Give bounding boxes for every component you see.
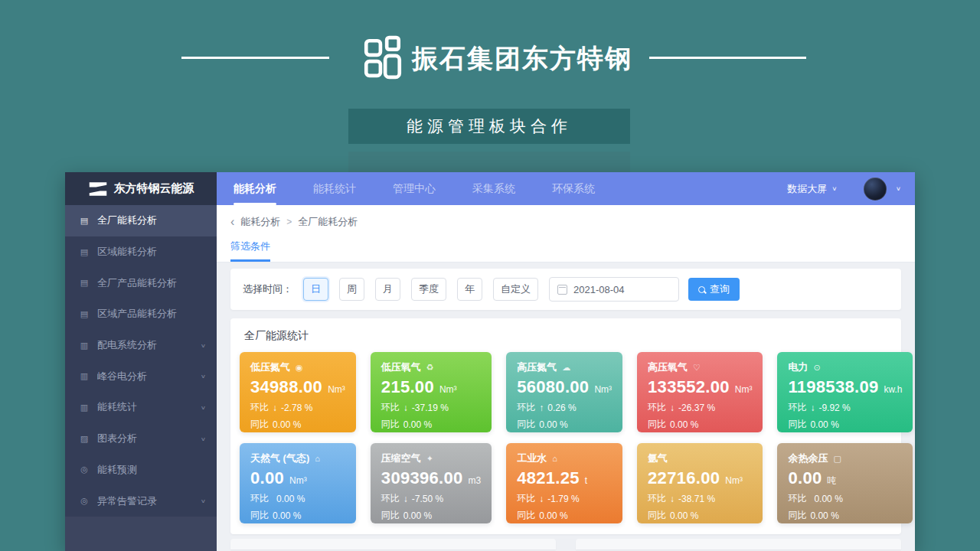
time-option-day[interactable]: 日: [303, 278, 328, 301]
energy-type-icon: ◉: [296, 363, 303, 373]
tab-filter-conditions[interactable]: 筛选条件: [230, 240, 270, 262]
dashboard-icon: ▤: [78, 216, 90, 226]
chevron-down-icon: ∨: [201, 342, 206, 348]
chevron-down-icon: ∨: [201, 498, 206, 504]
energy-card-high-pressure-nitrogen: 高压氮气☁ 56080.00Nm³ 环比↑0.26 % 同比0.00 %: [506, 352, 622, 432]
sidebar-item-region-product-energy[interactable]: ▤ 区域产品能耗分析: [65, 298, 217, 330]
card-unit: Nm³: [328, 384, 345, 395]
data-screen-dropdown[interactable]: 数据大屏 ∨: [787, 182, 837, 196]
stats-panel-title: 全厂能源统计: [240, 329, 892, 343]
next-section-card: [230, 539, 556, 549]
banner-next-line-partial: [348, 152, 630, 172]
energy-type-icon: ⌂: [315, 454, 320, 463]
right-decor-line: [649, 57, 806, 59]
card-value: 22716.00: [648, 468, 720, 488]
time-option-quarter[interactable]: 季度: [411, 278, 446, 301]
arrow-up-icon: ↑: [539, 403, 544, 413]
date-picker[interactable]: [549, 277, 679, 302]
card-value: 0.00: [250, 468, 284, 488]
card-value: 133552.00: [648, 377, 730, 397]
energy-type-icon: ▢: [833, 454, 841, 464]
energy-card-waste-heat-pressure: 余热余压▢ 0.00吨 环比0.00 % 同比0.00 %: [777, 443, 913, 523]
breadcrumb: ‹ 能耗分析 > 全厂能耗分析: [230, 215, 901, 229]
energy-type-icon: ⌂: [552, 454, 557, 463]
chevron-down-icon: ∨: [201, 405, 206, 411]
card-value: 56080.00: [517, 377, 589, 397]
nav-tab-energy-analysis[interactable]: 能耗分析: [234, 172, 276, 205]
breadcrumb-current: 全厂能耗分析: [298, 215, 358, 229]
card-value: 309396.00: [381, 468, 463, 488]
chevron-down-icon: ∨: [831, 185, 837, 192]
energy-card-electricity: 电力⊙ 1198538.09kw.h 环比↓-9.92 % 同比0.00 %: [777, 352, 913, 432]
banner-subtitle: 能源管理板块合作: [348, 109, 630, 144]
energy-type-icon: ♡: [693, 363, 701, 373]
energy-card-high-pressure-oxygen: 高压氧气♡ 133552.00Nm³ 环比↓-26.37 % 同比0.00 %: [637, 352, 763, 432]
nav-tab-collection-system[interactable]: 采集系统: [472, 172, 515, 205]
sidebar-item-power-distribution[interactable]: ▥ 配电系统分析 ∨: [65, 330, 217, 361]
breadcrumb-section[interactable]: 能耗分析: [240, 215, 280, 229]
energy-cards-grid: 低压氮气◉ 34988.00Nm³ 环比↓-2.78 % 同比0.00 % 低压…: [240, 352, 892, 523]
dashboard-window: 东方特钢云能源 能耗分析 能耗统计 管理中心 采集系统 环保系统 数据大屏 ∨ …: [65, 172, 915, 551]
sidebar-item-plant-product-energy[interactable]: ▤ 全厂产品能耗分析: [65, 267, 217, 298]
energy-card-low-pressure-oxygen: 低压氧气♻ 215.00Nm³ 环比↓-37.19 % 同比0.00 %: [371, 352, 492, 432]
sidebar-item-region-energy-analysis[interactable]: ▤ 区域能耗分析: [65, 236, 217, 268]
z-logo-icon: [88, 181, 108, 197]
slide-background: 振石集团东方特钢 能源管理板块合作 东方特钢云能源 能耗分析 能耗统计 管理中心…: [0, 0, 980, 551]
list-icon: ▥: [78, 403, 90, 412]
list-icon: ▥: [78, 341, 90, 350]
app-brand: 东方特钢云能源: [65, 172, 217, 205]
energy-card-natural-gas: 天然气 (气态)⌂ 0.00Nm³ 环比0.00 % 同比0.00 %: [240, 443, 356, 523]
banner-title: 振石集团东方特钢: [412, 41, 632, 77]
date-input[interactable]: [573, 284, 671, 295]
card-unit: Nm³: [725, 475, 743, 486]
energy-type-icon: ⊙: [813, 363, 820, 373]
sidebar-item-peak-valley-power[interactable]: ▥ 峰谷电分析 ∨: [65, 360, 217, 392]
search-icon: ◎: [78, 465, 90, 474]
chevron-down-icon: ∨: [201, 435, 206, 442]
query-button[interactable]: 查询: [688, 278, 740, 301]
card-value: 215.00: [381, 377, 434, 397]
card-value: 1198538.09: [788, 377, 878, 397]
card-unit: t: [585, 475, 587, 486]
card-unit: Nm³: [735, 384, 753, 395]
arrow-down-icon: ↓: [810, 403, 815, 413]
chevron-down-icon: ∨: [201, 373, 206, 380]
dashboard-icon: ▤: [78, 278, 90, 288]
back-arrow-icon[interactable]: ‹: [230, 216, 234, 228]
user-menu-chevron-icon[interactable]: ∨: [896, 185, 901, 192]
card-value: 34988.00: [250, 377, 322, 397]
sidebar: ▤ 全厂能耗分析 ▤ 区域能耗分析 ▤ 全厂产品能耗分析: [65, 205, 217, 551]
arrow-down-icon: ↓: [670, 403, 675, 413]
sidebar-item-chart-analysis[interactable]: ▨ 图表分析 ∨: [65, 423, 217, 455]
energy-card-compressed-air: 压缩空气✦ 309396.00m3 环比↓-7.50 % 同比0.00 %: [371, 443, 492, 523]
nav-tab-energy-statistics[interactable]: 能耗统计: [313, 172, 356, 205]
time-option-custom[interactable]: 自定义: [493, 278, 538, 301]
group-logo-icon: [363, 35, 403, 83]
card-unit: m3: [469, 475, 482, 486]
filter-bar: 选择时间： 日 周 月 季度 年 自定义 查询: [230, 269, 901, 310]
search-icon: ◎: [78, 496, 90, 506]
card-unit: Nm³: [439, 384, 457, 395]
user-avatar[interactable]: [864, 178, 887, 201]
energy-stats-panel: 全厂能源统计 低压氮气◉ 34988.00Nm³ 环比↓-2.78 % 同比0.…: [230, 318, 901, 534]
sidebar-item-energy-forecast[interactable]: ◎ 能耗预测: [65, 455, 217, 486]
time-select-label: 选择时间：: [243, 282, 292, 296]
nav-tab-management-center[interactable]: 管理中心: [393, 172, 436, 205]
app-header: 东方特钢云能源 能耗分析 能耗统计 管理中心 采集系统 环保系统 数据大屏 ∨ …: [65, 172, 915, 205]
breadcrumb-separator: >: [286, 217, 292, 227]
nav-tab-environment-system[interactable]: 环保系统: [552, 172, 595, 205]
energy-type-icon: ♻: [426, 363, 434, 373]
list-icon: ▥: [78, 371, 90, 381]
sidebar-menu: ▤ 全厂能耗分析 ▤ 区域能耗分析 ▤ 全厂产品能耗分析: [65, 205, 217, 517]
sidebar-item-alarm-records[interactable]: ◎ 异常告警记录 ∨: [65, 485, 217, 517]
time-option-year[interactable]: 年: [457, 278, 482, 301]
arrow-down-icon: ↓: [273, 403, 277, 413]
card-unit: Nm³: [594, 384, 612, 395]
energy-type-icon: ☁: [562, 363, 570, 373]
sidebar-item-plant-energy-analysis[interactable]: ▤ 全厂能耗分析: [65, 205, 217, 236]
time-option-week[interactable]: 周: [339, 278, 364, 301]
sidebar-item-energy-statistics[interactable]: ▥ 能耗统计 ∨: [65, 392, 217, 423]
time-option-month[interactable]: 月: [375, 278, 400, 301]
energy-card-argon: 氩气 22716.00Nm³ 环比↓-38.71 % 同比0.00 %: [637, 443, 763, 523]
search-icon: [698, 286, 705, 293]
